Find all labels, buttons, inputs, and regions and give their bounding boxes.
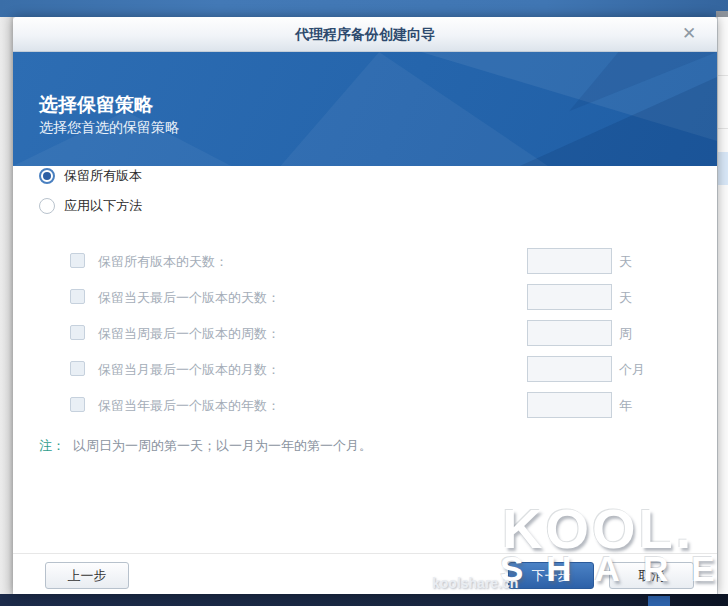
retention-row: 保留当周最后一个版本的周数： 周: [13, 320, 717, 346]
desktop-top-strip: [0, 0, 728, 17]
back-button[interactable]: 上一步: [45, 562, 129, 589]
retention-row: 保留当月最后一个版本的月数： 个月: [13, 356, 717, 382]
retention-value-input[interactable]: [527, 284, 612, 310]
background-window-edge: [717, 17, 728, 594]
retention-value-input[interactable]: [527, 320, 612, 346]
wizard-dialog: 代理程序备份创建向导 ✕ 选择保留策略 选择您首选的保留策略 保留所有版本 应用…: [13, 17, 717, 594]
unit-label: 个月: [619, 361, 645, 379]
unit-label: 天: [619, 253, 632, 271]
dialog-footer: 上一步 下一步 取消: [13, 553, 717, 594]
dialog-title: 代理程序备份创建向导: [13, 26, 717, 44]
retention-row: 保留当年最后一个版本的年数： 年: [13, 392, 717, 418]
background-selected-row: [718, 152, 728, 185]
note-text: 注：以周日为一周的第一天；以一月为一年的第一个月。: [39, 437, 372, 455]
background-row-divider: [718, 128, 728, 129]
radio-label: 保留所有版本: [64, 167, 142, 185]
retention-value-input[interactable]: [527, 248, 612, 274]
retention-row: 保留所有版本的天数： 天: [13, 248, 717, 274]
unit-label: 年: [619, 397, 632, 415]
retention-label: 保留当年最后一个版本的年数：: [98, 397, 280, 415]
checkbox[interactable]: [70, 361, 85, 376]
retention-label: 保留当月最后一个版本的月数：: [98, 361, 280, 379]
radio-label: 应用以下方法: [64, 197, 142, 215]
radio-selected-icon[interactable]: [39, 168, 55, 184]
checkbox[interactable]: [70, 397, 85, 412]
checkbox[interactable]: [70, 325, 85, 340]
desktop-left-strip: [0, 17, 13, 606]
retention-row: 保留当天最后一个版本的天数： 天: [13, 284, 717, 310]
close-icon[interactable]: ✕: [679, 24, 699, 44]
step-title: 选择保留策略: [39, 92, 153, 118]
step-subtitle: 选择您首选的保留策略: [39, 119, 179, 137]
retention-label: 保留当天最后一个版本的天数：: [98, 289, 280, 307]
checkbox[interactable]: [70, 289, 85, 304]
desktop-bottom-strip: [0, 594, 728, 606]
unit-label: 周: [619, 325, 632, 343]
unit-label: 天: [619, 289, 632, 307]
retention-label: 保留当周最后一个版本的周数：: [98, 325, 280, 343]
step-banner: 选择保留策略 选择您首选的保留策略: [13, 52, 717, 166]
retention-value-input[interactable]: [527, 392, 612, 418]
retention-label: 保留所有版本的天数：: [98, 253, 228, 271]
screen: 代理程序备份创建向导 ✕ 选择保留策略 选择您首选的保留策略 保留所有版本 应用…: [0, 0, 728, 606]
dialog-titlebar: 代理程序备份创建向导 ✕: [13, 17, 717, 52]
note-body: 以周日为一周的第一天；以一月为一年的第一个月。: [73, 438, 372, 453]
cancel-button[interactable]: 取消: [609, 562, 694, 589]
note-prefix: 注：: [39, 438, 65, 453]
radio-apply-rules[interactable]: 应用以下方法: [39, 197, 142, 215]
radio-keep-all-versions[interactable]: 保留所有版本: [39, 167, 142, 185]
retention-value-input[interactable]: [527, 356, 612, 382]
radio-unselected-icon[interactable]: [39, 198, 55, 214]
next-button[interactable]: 下一步: [508, 562, 594, 589]
checkbox[interactable]: [70, 253, 85, 268]
background-row-divider: [718, 75, 728, 76]
desktop-bottom-accent: [648, 596, 670, 606]
